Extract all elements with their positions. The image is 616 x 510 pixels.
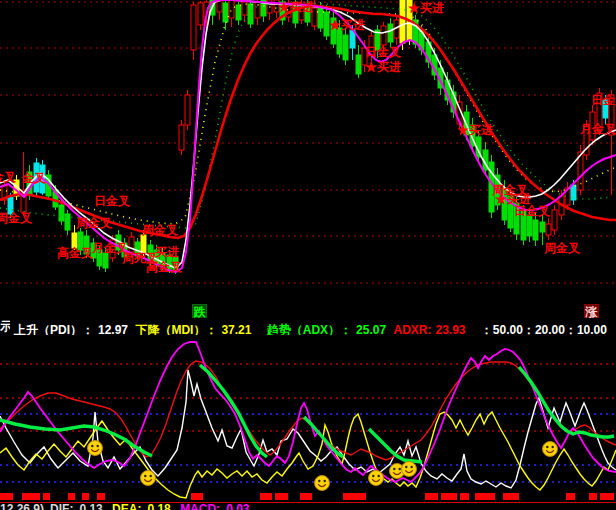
dmi-parameter-bar: 示上升（PDI）：12.97 下降（MDI）：37.21 趋势（ADX）：25.… bbox=[0, 318, 616, 335]
signal-label: 日金叉 bbox=[591, 93, 616, 107]
dif-value: 0.13 bbox=[79, 503, 102, 510]
signal-label: ★买进 bbox=[364, 60, 401, 74]
signal-label: ★买进 bbox=[407, 1, 444, 15]
signal-label: ★买进 bbox=[328, 18, 365, 32]
stock-chart-window: 金叉金叉周金叉日金叉周金叉周金叉月金叉高金叉周死叉买进高金叉★买进★买进日金叉★… bbox=[0, 0, 616, 510]
signal-label: 日金叉 bbox=[365, 45, 401, 59]
signal-label: 高金叉 bbox=[57, 246, 93, 260]
signal-label: ★买进 bbox=[456, 123, 493, 137]
signal-label: 金叉 bbox=[0, 170, 16, 184]
adx-label: 趋势（ADX）： bbox=[267, 323, 352, 335]
smiley-icon bbox=[315, 476, 330, 491]
series-ADX-green bbox=[519, 367, 614, 437]
ref-levels-label: ：50.00：20.00：10.00 bbox=[481, 323, 607, 335]
signal-label: 周金叉 bbox=[141, 223, 178, 237]
adx-value: 25.07 bbox=[356, 323, 386, 335]
signal-label: 周金叉 bbox=[75, 216, 112, 230]
signal-label: 金叉 bbox=[21, 171, 46, 185]
macd-value: 0.03 bbox=[226, 503, 249, 510]
signal-label: 周金叉 bbox=[543, 241, 580, 255]
mdi-value: 37.21 bbox=[221, 323, 251, 335]
series-ADX-green bbox=[0, 420, 152, 456]
macd-value-bar: 12,26,9)DIF:0.13 DEA:0.18 MACD:0.03 bbox=[0, 503, 616, 510]
smiley-icon bbox=[88, 441, 103, 456]
smiley-icon bbox=[141, 471, 156, 486]
dif-label: DIF: bbox=[50, 503, 73, 510]
dmi-indicator-chart[interactable] bbox=[0, 335, 616, 510]
smiley-icon bbox=[402, 462, 417, 477]
smiley-icon bbox=[369, 471, 384, 486]
status-strip: 跌 涨 bbox=[0, 298, 616, 318]
candles bbox=[2, 0, 614, 274]
series-MDI-magenta bbox=[0, 342, 616, 482]
macd-label: MACD: bbox=[180, 503, 220, 510]
signal-label: 日金叉 bbox=[94, 194, 130, 208]
signal-label: 高金叉 bbox=[146, 260, 182, 274]
dea-label: DEA: bbox=[112, 503, 141, 510]
signal-label: 周金叉 bbox=[0, 211, 32, 225]
indicator-prefix: 示 bbox=[0, 318, 10, 334]
signal-label: 日金叉 bbox=[514, 204, 550, 218]
dea-value: 0.18 bbox=[147, 503, 170, 510]
mdi-label: 下降（MDI）： bbox=[135, 323, 217, 335]
adxr-label: ADXR: bbox=[393, 323, 431, 335]
candlestick-chart[interactable]: 金叉金叉周金叉日金叉周金叉周金叉月金叉高金叉周死叉买进高金叉★买进★买进日金叉★… bbox=[0, 0, 616, 298]
macd-params: 12,26,9) bbox=[0, 503, 44, 510]
pdi-value: 12.97 bbox=[98, 323, 128, 335]
smiley-icon bbox=[543, 442, 558, 457]
adxr-value: 23.93 bbox=[435, 323, 465, 335]
signal-label: 买进 bbox=[155, 245, 179, 259]
signal-label: 月金叉 bbox=[579, 122, 616, 136]
histogram-bars bbox=[0, 493, 614, 500]
pdi-label: 上升（PDI）： bbox=[14, 323, 94, 335]
signal-label: ★买进 bbox=[277, 0, 314, 14]
